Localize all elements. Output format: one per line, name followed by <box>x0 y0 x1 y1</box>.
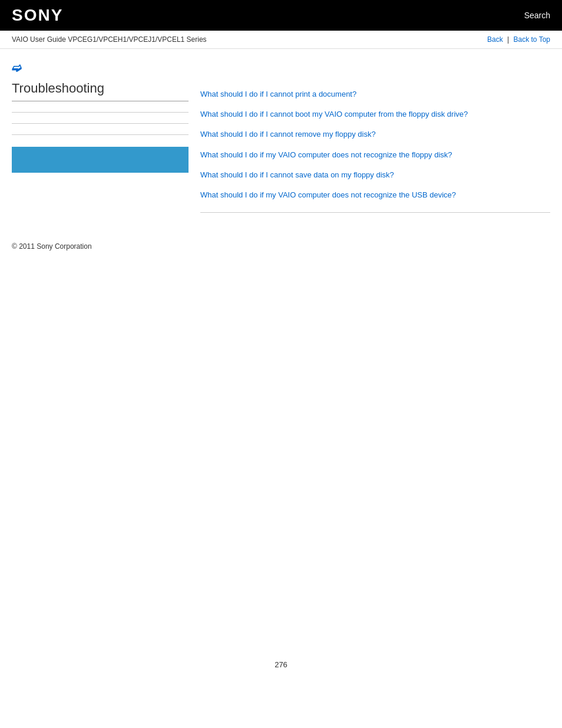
sony-logo: SONY <box>12 6 63 25</box>
breadcrumb-bar: VAIO User Guide VPCEG1/VPCEH1/VPCEJ1/VPC… <box>0 31 562 49</box>
search-button[interactable]: Search <box>524 11 550 20</box>
main-content: ➫ Troubleshooting What should I do if I … <box>0 49 562 225</box>
sidebar-title: Troubleshooting <box>12 81 189 101</box>
list-item: What should I do if my VAIO computer doe… <box>200 185 550 205</box>
sidebar-action-button[interactable] <box>12 147 189 173</box>
topic-link-2[interactable]: What should I do if I cannot remove my f… <box>200 130 376 139</box>
separator: | <box>507 35 509 44</box>
sidebar: ➫ Troubleshooting <box>12 61 189 213</box>
chevron-right-icon: ➫ <box>12 61 189 75</box>
back-link[interactable]: Back <box>487 35 503 44</box>
sidebar-divider-2 <box>12 123 189 124</box>
link-list-divider <box>200 212 550 213</box>
topic-link-0[interactable]: What should I do if I cannot print a doc… <box>200 90 356 98</box>
topic-link-4[interactable]: What should I do if I cannot save data o… <box>200 170 394 179</box>
copyright: © 2011 Sony Corporation <box>12 242 92 251</box>
footer: © 2011 Sony Corporation <box>0 230 562 262</box>
list-item: What should I do if I cannot save data o… <box>200 165 550 185</box>
topic-link-1[interactable]: What should I do if I cannot boot my VAI… <box>200 110 468 118</box>
breadcrumb-nav: Back | Back to Top <box>487 35 550 44</box>
sidebar-divider-1 <box>12 112 189 113</box>
list-item: What should I do if I cannot remove my f… <box>200 124 550 144</box>
guide-title: VAIO User Guide VPCEG1/VPCEH1/VPCEJ1/VPC… <box>12 35 207 44</box>
topic-link-3[interactable]: What should I do if my VAIO computer doe… <box>200 150 452 159</box>
link-list: What should I do if I cannot print a doc… <box>200 84 550 205</box>
topic-link-5[interactable]: What should I do if my VAIO computer doe… <box>200 190 456 199</box>
list-item: What should I do if my VAIO computer doe… <box>200 145 550 165</box>
right-content: What should I do if I cannot print a doc… <box>200 61 550 213</box>
header: SONY Search <box>0 0 562 31</box>
list-item: What should I do if I cannot boot my VAI… <box>200 104 550 124</box>
back-to-top-link[interactable]: Back to Top <box>514 35 550 44</box>
sidebar-divider-3 <box>12 134 189 135</box>
page-number: 276 <box>275 648 287 681</box>
list-item: What should I do if I cannot print a doc… <box>200 84 550 104</box>
